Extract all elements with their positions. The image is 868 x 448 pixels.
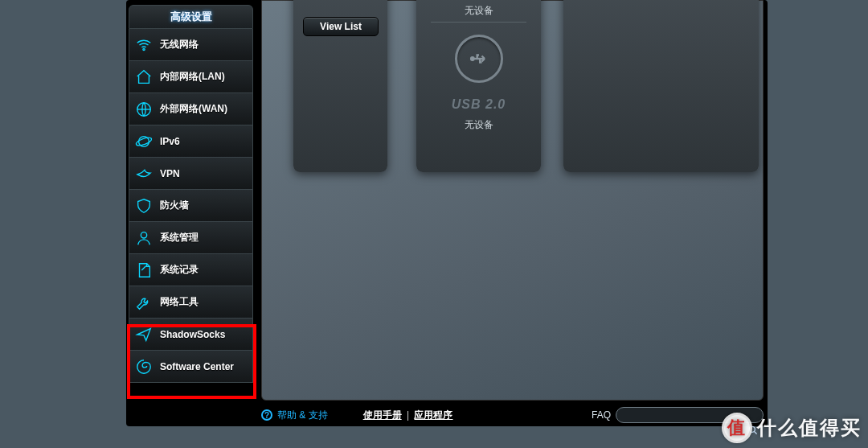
sidebar-item-label: 内部网络(LAN) bbox=[160, 70, 225, 84]
swirl-icon bbox=[134, 357, 154, 376]
plane-icon bbox=[134, 325, 154, 344]
sidebar-item-label: 系统管理 bbox=[160, 231, 199, 245]
apps-link[interactable]: 应用程序 bbox=[414, 409, 452, 421]
wrench-icon bbox=[134, 293, 154, 312]
sidebar-header: 高级设置 bbox=[129, 5, 253, 29]
sidebar-item-wireless[interactable]: 无线网络 bbox=[129, 29, 253, 61]
sidebar-item-label: 外部网络(WAN) bbox=[160, 102, 227, 116]
watermark-text: 什么值得买 bbox=[757, 415, 862, 441]
faq-label: FAQ bbox=[592, 409, 611, 421]
sidebar-item-firewall[interactable]: 防火墙 bbox=[129, 190, 253, 222]
sidebar: 高级设置 无线网络 内部网络(LAN) 外部网络(WAN) IPv6 VPN bbox=[129, 5, 253, 383]
sidebar-item-label: Software Center bbox=[160, 361, 234, 372]
usb-status-bottom: 无设备 bbox=[416, 118, 541, 132]
planet-icon bbox=[134, 132, 154, 151]
help-icon: ? bbox=[261, 409, 272, 421]
divider bbox=[431, 22, 526, 23]
globe-icon bbox=[134, 100, 154, 119]
sidebar-item-label: 防火墙 bbox=[160, 199, 189, 212]
footer-links: 使用手册 | 应用程序 bbox=[363, 409, 453, 422]
card-clients: View List bbox=[293, 0, 387, 172]
bird-icon bbox=[134, 164, 154, 183]
faq-section: FAQ bbox=[592, 407, 764, 423]
svg-point-6 bbox=[749, 426, 755, 432]
sidebar-item-syslog[interactable]: 系统记录 bbox=[129, 254, 253, 286]
usb-title: USB 2.0 bbox=[416, 97, 541, 112]
search-icon[interactable] bbox=[746, 423, 760, 438]
sidebar-item-softwarecenter[interactable]: Software Center bbox=[129, 351, 253, 383]
card-right bbox=[563, 0, 759, 172]
shield-icon bbox=[134, 196, 154, 216]
main-panel: View List 无设备 USB 2.0 无设备 bbox=[261, 0, 764, 401]
sidebar-item-label: 网络工具 bbox=[160, 295, 199, 309]
sidebar-item-nettools[interactable]: 网络工具 bbox=[129, 286, 253, 319]
svg-point-4 bbox=[141, 232, 146, 237]
svg-point-0 bbox=[143, 48, 145, 50]
sidebar-item-ipv6[interactable]: IPv6 bbox=[129, 125, 253, 158]
sidebar-item-admin[interactable]: 系统管理 bbox=[129, 222, 253, 254]
faq-search-input[interactable] bbox=[616, 407, 764, 423]
home-icon bbox=[134, 68, 154, 87]
sidebar-item-label: IPv6 bbox=[160, 136, 180, 147]
sidebar-item-vpn[interactable]: VPN bbox=[129, 158, 253, 190]
sidebar-item-shadowsocks[interactable]: ShadowSocks bbox=[129, 319, 253, 351]
usb-status-top: 无设备 bbox=[416, 4, 541, 18]
card-usb: 无设备 USB 2.0 无设备 bbox=[416, 0, 541, 172]
sidebar-item-wan[interactable]: 外部网络(WAN) bbox=[129, 93, 253, 125]
svg-point-3 bbox=[135, 136, 152, 147]
sidebar-item-label: 系统记录 bbox=[160, 263, 199, 277]
sidebar-item-label: ShadowSocks bbox=[160, 329, 225, 340]
help-link[interactable]: ? 帮助 & 支持 bbox=[261, 409, 328, 422]
sidebar-item-lan[interactable]: 内部网络(LAN) bbox=[129, 61, 253, 93]
user-icon bbox=[134, 228, 154, 248]
view-list-button[interactable]: View List bbox=[303, 17, 379, 36]
footer: ? 帮助 & 支持 使用手册 | 应用程序 FAQ bbox=[261, 405, 764, 425]
usb-icon bbox=[455, 35, 503, 83]
sidebar-item-label: 无线网络 bbox=[160, 38, 199, 51]
note-icon bbox=[134, 261, 154, 280]
sidebar-item-label: VPN bbox=[160, 168, 180, 179]
help-label: 帮助 & 支持 bbox=[277, 409, 328, 422]
separator: | bbox=[407, 409, 409, 421]
wifi-icon bbox=[134, 35, 154, 55]
manual-link[interactable]: 使用手册 bbox=[363, 409, 402, 421]
